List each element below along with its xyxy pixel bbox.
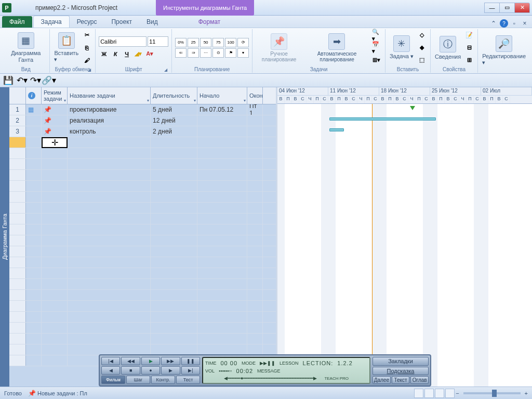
- name-cell[interactable]: [68, 235, 151, 246]
- end-cell[interactable]: [247, 181, 263, 191]
- table-row[interactable]: [9, 159, 276, 170]
- start-cell[interactable]: [197, 224, 247, 235]
- end-cell[interactable]: [247, 312, 263, 322]
- undo-button[interactable]: ↶▾: [17, 75, 27, 86]
- player-nav-button[interactable]: Текст: [392, 376, 410, 384]
- duration-cell[interactable]: [151, 203, 197, 213]
- percent-complete-buttons[interactable]: 0%255075100⟳ ⇐⇒⋯⊝⚑▾: [175, 38, 249, 58]
- tab-resource[interactable]: Ресурс: [70, 16, 104, 28]
- tab-view[interactable]: Вид: [139, 16, 165, 28]
- name-cell[interactable]: [68, 192, 151, 202]
- font-color-button[interactable]: A▾: [144, 49, 155, 59]
- file-tab[interactable]: Файл: [2, 16, 32, 28]
- row-number[interactable]: [9, 148, 26, 158]
- manual-schedule-button[interactable]: 📌 Ручное планирование: [256, 32, 302, 63]
- dialog-launcher-icon[interactable]: ◢: [163, 68, 168, 73]
- row-number[interactable]: 1: [9, 104, 26, 115]
- start-cell[interactable]: [197, 301, 247, 311]
- mdi-restore-icon[interactable]: ▫: [510, 19, 518, 28]
- start-cell[interactable]: [197, 334, 247, 344]
- font-size-select[interactable]: [148, 36, 168, 47]
- end-cell[interactable]: [247, 137, 263, 148]
- duration-cell[interactable]: [151, 214, 197, 224]
- player-rewind-button[interactable]: ◀◀: [121, 357, 140, 365]
- player-nav-button[interactable]: Оглав: [410, 376, 429, 384]
- end-cell[interactable]: [247, 159, 263, 169]
- mode-cell[interactable]: [42, 203, 68, 213]
- name-cell[interactable]: проектирование: [68, 104, 151, 115]
- duration-cell[interactable]: [151, 268, 197, 278]
- start-cell[interactable]: [197, 323, 247, 333]
- mode-cell[interactable]: [42, 214, 68, 224]
- mdi-close-icon[interactable]: ×: [521, 19, 529, 28]
- start-cell[interactable]: [197, 290, 247, 300]
- duration-cell[interactable]: [151, 312, 197, 322]
- duration-cell[interactable]: [151, 323, 197, 333]
- details-button[interactable]: ⊟: [464, 43, 474, 53]
- start-cell[interactable]: [197, 137, 247, 148]
- format-painter-button[interactable]: 🖌: [82, 55, 92, 65]
- player-pause-button[interactable]: ❚❚: [181, 357, 200, 365]
- duration-cell[interactable]: [151, 159, 197, 169]
- end-cell[interactable]: Пт 1: [247, 104, 263, 115]
- start-cell[interactable]: [197, 312, 247, 322]
- duration-cell[interactable]: [151, 148, 197, 158]
- information-button[interactable]: ⓘ Сведения: [434, 35, 462, 61]
- table-row[interactable]: [9, 148, 276, 159]
- duration-cell[interactable]: [151, 290, 197, 300]
- duration-cell[interactable]: [151, 235, 197, 246]
- row-number[interactable]: [9, 181, 26, 191]
- name-cell[interactable]: [68, 214, 151, 224]
- mode-cell[interactable]: [42, 246, 68, 257]
- mode-cell[interactable]: 📌: [42, 115, 68, 126]
- task-grid[interactable]: i Режим задачи▾ Название задачи▾ Длитель…: [9, 87, 276, 387]
- player-prev-chapter-button[interactable]: |◀: [101, 357, 120, 365]
- tab-project[interactable]: Проект: [104, 16, 139, 28]
- start-cell[interactable]: [197, 235, 247, 246]
- start-cell[interactable]: [197, 170, 247, 180]
- bold-button[interactable]: Ж: [99, 49, 109, 59]
- duration-cell[interactable]: [151, 334, 197, 344]
- mode-cell[interactable]: [42, 355, 68, 366]
- player-prev-button[interactable]: ◀: [101, 366, 120, 375]
- player-mode-tab[interactable]: Фильм: [101, 376, 125, 384]
- table-row[interactable]: [9, 301, 276, 312]
- cut-button[interactable]: ✂: [82, 30, 92, 41]
- player-mode-tab[interactable]: Шаг: [126, 376, 150, 384]
- mode-cell[interactable]: [42, 148, 68, 158]
- duration-cell[interactable]: [151, 257, 197, 268]
- name-cell[interactable]: [68, 290, 151, 300]
- help-icon[interactable]: ?: [500, 19, 508, 28]
- summary-button[interactable]: ◇: [417, 30, 427, 41]
- name-cell[interactable]: [68, 334, 151, 344]
- row-number[interactable]: [9, 170, 26, 180]
- duration-cell[interactable]: [151, 224, 197, 235]
- mode-cell[interactable]: [42, 257, 68, 268]
- auto-schedule-button[interactable]: ➡ Автоматическое планирование: [304, 32, 369, 63]
- name-cell[interactable]: [68, 344, 151, 355]
- player-stop-button[interactable]: ■: [121, 366, 140, 375]
- start-cell[interactable]: Пн 07.05.12: [197, 104, 247, 115]
- row-number[interactable]: [9, 279, 26, 289]
- row-number[interactable]: 3: [9, 126, 26, 137]
- start-cell[interactable]: [197, 344, 247, 355]
- table-row[interactable]: [9, 170, 276, 181]
- col-duration[interactable]: Длительность▾: [151, 87, 197, 104]
- name-cell[interactable]: [68, 224, 151, 235]
- duration-cell[interactable]: [151, 301, 197, 311]
- milestone-button[interactable]: ◆: [417, 43, 427, 53]
- end-cell[interactable]: [247, 214, 263, 224]
- start-cell[interactable]: [197, 257, 247, 268]
- end-cell[interactable]: [247, 235, 263, 246]
- name-cell[interactable]: [68, 246, 151, 257]
- name-cell[interactable]: [68, 203, 151, 213]
- player-mode-tab[interactable]: Тест: [176, 376, 200, 384]
- row-number[interactable]: [9, 257, 26, 268]
- end-cell[interactable]: [247, 224, 263, 235]
- mode-cell[interactable]: [42, 181, 68, 191]
- table-row[interactable]: [9, 246, 276, 257]
- insert-task-button[interactable]: ✳ Задача ▾: [389, 34, 415, 61]
- end-cell[interactable]: [247, 334, 263, 344]
- dialog-launcher-icon[interactable]: ◢: [87, 68, 92, 73]
- row-number[interactable]: [9, 192, 26, 202]
